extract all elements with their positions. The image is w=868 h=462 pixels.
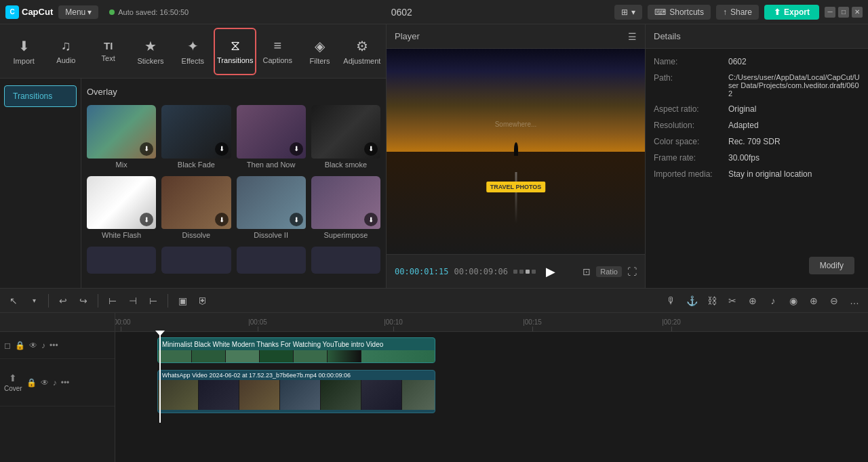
toolbar-captions[interactable]: ≡ Captions xyxy=(256,28,298,75)
transition-black-fade[interactable]: ⬇ Black Fade xyxy=(161,105,231,171)
download-thenandnow-btn[interactable]: ⬇ xyxy=(290,142,303,156)
ruler-line-2 xyxy=(393,327,394,331)
group-btn[interactable]: ▣ xyxy=(174,293,191,309)
toolbar-filters[interactable]: ◈ Filters xyxy=(298,28,340,75)
transition-blackfade-thumb: ⬇ xyxy=(161,105,231,159)
track2-lock-btn[interactable]: 🔒 xyxy=(26,378,37,387)
clip-video-track[interactable]: WhatsApp Video 2024-06-02 at 17.52.23_b7… xyxy=(157,370,435,413)
text-thumb-6 xyxy=(328,350,361,363)
download-blackfade-btn[interactable]: ⬇ xyxy=(215,142,229,156)
text-icon: TI xyxy=(104,40,113,51)
play-button[interactable]: ▶ xyxy=(541,262,560,281)
toolbar-import[interactable]: ⬇ Import xyxy=(3,28,45,75)
unlink-btn[interactable]: ✂ xyxy=(724,293,741,309)
color-grade-btn[interactable]: ◉ xyxy=(785,293,802,309)
monitor-button[interactable]: ⊞ ▾ xyxy=(614,5,642,20)
redo-btn[interactable]: ↪ xyxy=(75,293,92,309)
stickers-label: Stickers xyxy=(137,57,163,65)
window-controls: ─ □ ✕ xyxy=(825,7,863,18)
ratio-button[interactable]: Ratio xyxy=(596,266,622,277)
name-label: Name: xyxy=(654,57,728,66)
stickers-icon: ★ xyxy=(144,38,157,54)
track1-lock-btn[interactable]: 🔒 xyxy=(15,341,25,350)
player-video-bg: Somewhere... TRAVEL PHOTOS xyxy=(387,49,645,254)
player-watermark: Somewhere... xyxy=(495,121,537,128)
more-options-btn[interactable]: … xyxy=(846,293,863,309)
shield-btn[interactable]: ⛨ xyxy=(195,293,211,309)
transition-more-1[interactable] xyxy=(87,247,156,274)
magnet-btn[interactable]: ⚓ xyxy=(684,293,700,309)
transition-thenandnow-name: Then and Now xyxy=(237,159,306,171)
download-whiteflash-btn[interactable]: ⬇ xyxy=(140,213,153,226)
transition-dissolve[interactable]: ⬇ Dissolve xyxy=(161,176,231,242)
zoom-out-btn[interactable]: ⊖ xyxy=(826,293,842,309)
transition-more-3[interactable] xyxy=(237,247,306,274)
transition-white-flash[interactable]: ⬇ White Flash xyxy=(87,176,156,242)
toolbar-audio[interactable]: ♫ Audio xyxy=(45,28,87,75)
link-btn[interactable]: ⛓ xyxy=(704,293,720,309)
track2-eye-btn[interactable]: 👁 xyxy=(41,378,49,387)
framerate-value: 30.00fps xyxy=(728,153,860,163)
download-mix-btn[interactable]: ⬇ xyxy=(140,142,153,156)
modify-button[interactable]: Modify xyxy=(809,257,854,274)
track1-eye-btn[interactable]: 👁 xyxy=(29,341,37,350)
undo-btn[interactable]: ↩ xyxy=(55,293,71,309)
export-icon: ⬆ xyxy=(774,7,781,17)
maximize-button[interactable]: □ xyxy=(838,7,849,18)
toolbar-adjustment[interactable]: ⚙ Adjustment xyxy=(341,28,383,75)
toolbar-effects[interactable]: ✦ Effects xyxy=(172,28,214,75)
fullscreen-btn[interactable]: ⛶ xyxy=(627,266,637,277)
shortcuts-button[interactable]: ⌨ Shortcuts xyxy=(648,5,711,20)
track-control-2: ⬆ Cover 🔒 👁 ♪ ••• xyxy=(0,359,115,406)
fullscreen-crop-btn[interactable]: ⊡ xyxy=(583,266,591,277)
toolbar-text[interactable]: TI Text xyxy=(87,28,130,75)
track1-audio-btn[interactable]: ♪ xyxy=(41,341,45,350)
mic-btn[interactable]: 🎙 xyxy=(663,293,679,309)
transition-dissolve-2[interactable]: ⬇ Dissolve II xyxy=(237,176,306,242)
download-dissolve2-btn[interactable]: ⬇ xyxy=(290,213,303,226)
ruler-mark-4: |00:20 xyxy=(662,318,681,326)
close-button[interactable]: ✕ xyxy=(852,7,863,18)
minimize-button[interactable]: ─ xyxy=(825,7,835,18)
name-value: 0602 xyxy=(728,57,860,66)
download-dissolve-btn[interactable]: ⬇ xyxy=(215,213,229,226)
track2-audio-btn[interactable]: ♪ xyxy=(53,378,57,387)
transition-more-2[interactable] xyxy=(161,247,231,274)
transition-then-and-now[interactable]: ⬇ Then and Now xyxy=(237,105,306,171)
select-tool-btn[interactable]: ↖ xyxy=(5,293,22,309)
split-btn[interactable]: ⊢ xyxy=(104,293,121,309)
toolbar-stickers[interactable]: ★ Stickers xyxy=(130,28,172,75)
toolbar-transitions[interactable]: ⧖ Transitions xyxy=(214,28,256,75)
menu-button[interactable]: Menu ▾ xyxy=(58,5,98,19)
clip-text-thumbs xyxy=(158,350,435,363)
sidebar-item-transitions[interactable]: Transitions xyxy=(4,85,77,107)
dot-4 xyxy=(532,270,536,274)
download-superimpose-btn[interactable]: ⬇ xyxy=(364,213,378,226)
player-menu-btn[interactable]: ☰ xyxy=(628,31,637,42)
vid-thumb-5 xyxy=(321,380,361,410)
player-panel: Player ☰ Somewhere. xyxy=(387,24,646,288)
zoom-in-btn[interactable]: ⊕ xyxy=(806,293,822,309)
share-button[interactable]: ↑ Share xyxy=(716,5,759,20)
track1-more-btn[interactable]: ••• xyxy=(50,341,58,350)
menu-label: Menu xyxy=(65,7,85,17)
ruler-mark-1: |00:05 xyxy=(248,318,267,326)
track2-more-btn[interactable]: ••• xyxy=(61,378,70,387)
select-dropdown-btn[interactable]: ▾ xyxy=(26,293,42,309)
tracks-scroll-area[interactable]: 00:00 |00:05 |00:10 |00:15 |00:20 xyxy=(115,313,868,462)
transition-mix-thumb: ⬇ xyxy=(87,105,156,159)
export-button[interactable]: ⬆ Export xyxy=(764,5,819,20)
volume-btn[interactable]: ♪ xyxy=(765,293,781,309)
transition-more-4[interactable] xyxy=(311,247,380,274)
trim-right-btn[interactable]: ⊢ xyxy=(145,293,161,309)
ruler-line-1 xyxy=(258,327,258,331)
center-btn[interactable]: ⊕ xyxy=(745,293,761,309)
details-title: Details xyxy=(654,31,681,41)
clip-text-track[interactable]: Minimalist Black White Modern Thanks For… xyxy=(157,337,435,363)
transition-mix[interactable]: ⬇ Mix xyxy=(87,105,156,171)
trim-left-btn[interactable]: ⊣ xyxy=(125,293,141,309)
transition-superimpose[interactable]: ⬇ Superimpose xyxy=(311,176,380,242)
track2-cover-btn[interactable]: ⬆ Cover xyxy=(4,373,22,392)
transition-black-smoke[interactable]: ⬇ Black smoke xyxy=(311,105,380,171)
download-blacksmoke-btn[interactable]: ⬇ xyxy=(364,142,378,156)
